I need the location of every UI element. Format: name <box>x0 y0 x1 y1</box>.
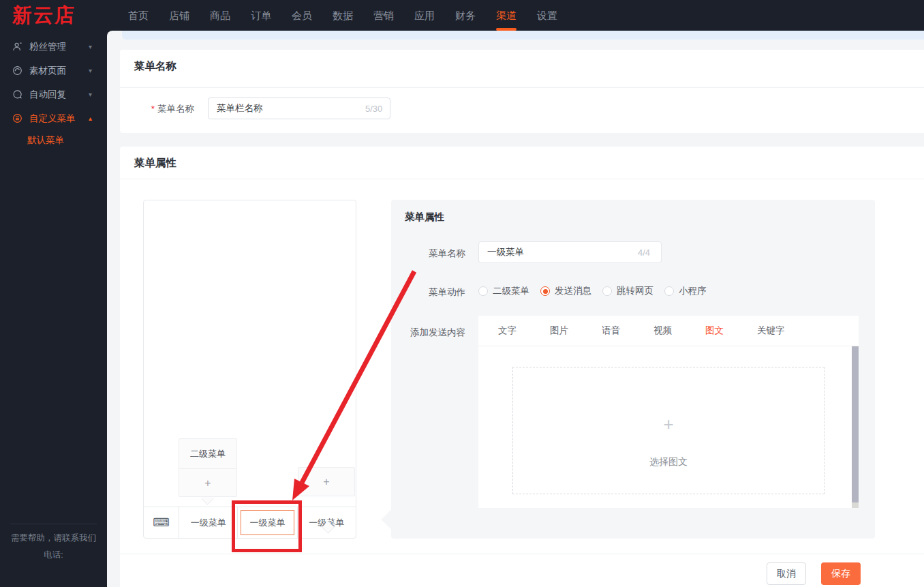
radio-send-message[interactable]: 发送消息 <box>540 285 591 297</box>
chevron-down-icon: ▾ <box>89 91 92 98</box>
sidebar-subitem-default-menu[interactable]: 默认菜单 <box>0 130 107 151</box>
card-divider <box>120 87 924 88</box>
top-nav: 新云店 首页 店铺 商品 订单 会员 数据 营销 应用 财务 渠道 设置 <box>0 0 924 31</box>
tab-image[interactable]: 图片 <box>550 325 568 337</box>
nav-item-members[interactable]: 会员 <box>281 0 322 31</box>
chevron-up-icon: ▴ <box>89 115 92 122</box>
nav-item-settings[interactable]: 设置 <box>527 0 568 31</box>
tab-voice[interactable]: 语音 <box>602 325 620 337</box>
radio-icon <box>602 286 612 296</box>
required-mark: * <box>151 104 155 114</box>
radio-label: 小程序 <box>679 285 707 297</box>
article-picker[interactable]: + 选择图文 <box>512 367 825 494</box>
brand-logo[interactable]: 新云店 <box>12 0 76 31</box>
panel-action-label: 菜单动作 <box>391 286 465 299</box>
fans-icon <box>12 42 22 52</box>
help-text: 需要帮助，请联系我们 <box>0 532 107 544</box>
keyboard-icon: ⌨ <box>153 515 170 530</box>
menu-name-card: 菜单名称 *菜单名称 5/30 <box>120 50 924 133</box>
nav-item-marketing[interactable]: 营销 <box>363 0 404 31</box>
radio-label: 发送消息 <box>555 285 591 297</box>
nav-item-goods[interactable]: 商品 <box>200 0 241 31</box>
panel-title: 菜单属性 <box>405 211 444 224</box>
cancel-button[interactable]: 取消 <box>767 562 806 585</box>
radio-icon <box>664 286 674 296</box>
material-icon <box>12 65 22 76</box>
sidebar-help: 需要帮助，请联系我们 电话: <box>0 524 107 561</box>
tab-keyword[interactable]: 关键字 <box>757 325 785 337</box>
save-button[interactable]: 保存 <box>821 562 861 585</box>
keyboard-cell[interactable]: ⌨ <box>144 507 179 538</box>
scrollbar-cap <box>852 502 859 508</box>
scrollbar-thumb[interactable] <box>852 346 859 502</box>
sidebar-item-label: 自动回复 <box>29 89 66 101</box>
auto-reply-icon <box>12 89 22 100</box>
preview-tab-label: 一级菜单 <box>191 517 226 529</box>
radio-mini-program[interactable]: 小程序 <box>664 285 707 297</box>
sidebar-item-label: 素材页面 <box>29 65 66 77</box>
add-popup: + <box>298 467 355 496</box>
tab-text[interactable]: 文字 <box>498 325 517 337</box>
sidebar: 粉丝管理 ▾ 素材页面 ▾ 自动回复 ▾ 自定义菜单 ▴ 默认菜单 <box>0 31 107 587</box>
submenu-popup: 二级菜单 + <box>179 438 237 497</box>
plus-icon: + <box>513 414 824 435</box>
tab-video[interactable]: 视频 <box>653 325 672 337</box>
help-phone-label: 电话: <box>0 550 107 561</box>
info-alert-bar <box>122 31 924 40</box>
radio-icon <box>478 286 488 296</box>
annotation-highlight-box <box>232 500 302 552</box>
card-divider <box>120 179 924 179</box>
sidebar-item-label: 粉丝管理 <box>29 41 66 53</box>
panel-name-label: 菜单名称 <box>391 247 465 260</box>
preview-tab-1[interactable]: 一级菜单 <box>179 507 238 538</box>
chevron-down-icon: ▾ <box>89 67 92 74</box>
sidebar-item-fans[interactable]: 粉丝管理 ▾ <box>0 35 107 59</box>
sidebar-item-custom-menu[interactable]: 自定义菜单 ▴ <box>0 106 107 130</box>
nav-item-shop[interactable]: 店铺 <box>159 0 200 31</box>
send-content-panel: 文字 图片 语音 视频 图文 关键字 + 选择图文 <box>478 316 859 508</box>
radio-submenu[interactable]: 二级菜单 <box>478 285 529 297</box>
nav-item-channels[interactable]: 渠道 <box>486 0 527 31</box>
custom-menu-icon <box>12 113 22 123</box>
char-counter: 4/4 <box>638 247 650 258</box>
top-nav-items: 首页 店铺 商品 订单 会员 数据 营销 应用 财务 渠道 设置 <box>118 0 568 31</box>
nav-item-finance[interactable]: 财务 <box>445 0 486 31</box>
nav-item-orders[interactable]: 订单 <box>241 0 281 31</box>
menu-name-input[interactable] <box>208 97 390 119</box>
sidebar-item-material[interactable]: 素材页面 ▾ <box>0 59 107 82</box>
sidebar-item-label: 自定义菜单 <box>29 112 76 125</box>
nav-item-home[interactable]: 首页 <box>118 0 159 31</box>
nav-item-apps[interactable]: 应用 <box>404 0 445 31</box>
add-submenu-button[interactable]: + <box>298 468 354 496</box>
action-radio-group: 二级菜单 发送消息 跳转网页 小程序 <box>478 282 707 301</box>
nav-item-data[interactable]: 数据 <box>322 0 363 31</box>
chevron-down-icon: ▾ <box>89 43 92 50</box>
app-root: 新云店 首页 店铺 商品 订单 会员 数据 营销 应用 财务 渠道 设置 粉丝管… <box>0 0 924 587</box>
content-type-tabs: 文字 图片 语音 视频 图文 关键字 <box>478 316 859 346</box>
radio-open-webpage[interactable]: 跳转网页 <box>602 285 653 297</box>
sidebar-item-auto-reply[interactable]: 自动回复 ▾ <box>0 82 107 106</box>
panel-content-label: 添加发送内容 <box>391 327 465 339</box>
card-title: 菜单名称 <box>134 59 176 74</box>
submenu-popup-item[interactable]: 二级菜单 <box>179 439 236 469</box>
footer-divider <box>120 554 924 554</box>
tab-article[interactable]: 图文 <box>705 325 724 337</box>
radio-label: 跳转网页 <box>617 285 653 297</box>
attribute-panel: 菜单属性 菜单名称 4/4 菜单动作 二级菜单 发送消息 <box>391 200 875 539</box>
char-counter: 5/30 <box>365 104 382 114</box>
picker-label: 选择图文 <box>513 456 824 468</box>
menu-name-label: *菜单名称 <box>135 103 194 115</box>
scrollbar-track[interactable] <box>852 346 859 508</box>
radio-label: 二级菜单 <box>493 285 529 297</box>
main-content: 菜单名称 *菜单名称 5/30 菜单属性 ⌨ 一级菜单 <box>107 31 924 587</box>
sidebar-help-divider <box>10 524 97 524</box>
panel-notch <box>381 509 402 530</box>
add-submenu-button[interactable]: + <box>179 469 236 498</box>
panel-name-input[interactable] <box>478 241 662 263</box>
card-title: 菜单属性 <box>134 156 176 170</box>
radio-icon-selected <box>540 286 550 296</box>
